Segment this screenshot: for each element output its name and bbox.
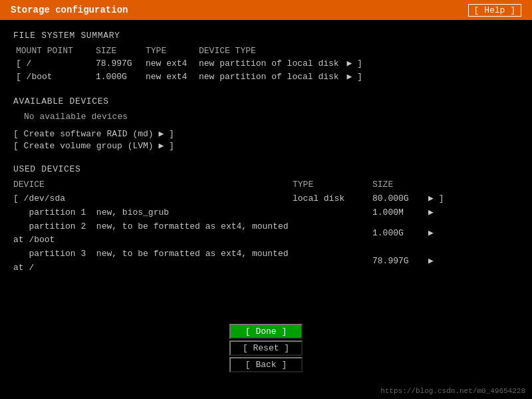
fs-col-devtype: DEVICE TYPE: [199, 46, 519, 56]
used-header-row: DEVICE TYPE SIZE: [13, 180, 519, 190]
used-device-main[interactable]: [ /dev/sda local disk 80.000G ▶ ]: [13, 192, 519, 206]
device-type-sda: local disk: [293, 192, 372, 206]
fs-type-boot: new ext4: [146, 70, 199, 84]
main-content: FILE SYSTEM SUMMARY MOUNT POINT SIZE TYP…: [0, 20, 532, 299]
partition-name-3: partition 3 new, to be formatted as ext4…: [13, 247, 293, 275]
used-devices-title: USED DEVICES: [13, 164, 519, 174]
create-lvm-link[interactable]: [ Create volume group (LVM) ▶ ]: [13, 140, 519, 151]
fs-size-root: 78.997G: [96, 57, 146, 70]
fs-mountpoint-boot: [ /boot: [16, 70, 96, 84]
back-button[interactable]: [ Back ]: [229, 357, 303, 372]
topbar: Storage configuration [ Help ]: [0, 0, 532, 20]
page-title: Storage configuration: [11, 5, 128, 15]
partition-row-1[interactable]: partition 1 new, bios_grub 1.000M ▶: [13, 206, 519, 220]
partition-name-2: partition 2 new, to be formatted as ext4…: [13, 220, 293, 248]
partition-row-3[interactable]: partition 3 new, to be formatted as ext4…: [13, 247, 519, 275]
fs-size-boot: 1.000G: [96, 70, 146, 84]
fs-table: MOUNT POINT SIZE TYPE DEVICE TYPE [ / 78…: [16, 46, 519, 83]
partition-name-1: partition 1 new, bios_grub: [13, 206, 293, 220]
help-button[interactable]: [ Help ]: [468, 4, 521, 17]
fs-col-size: SIZE: [96, 46, 146, 56]
partition-size-3: 78.997G: [372, 255, 426, 269]
used-col-type: TYPE: [293, 180, 372, 190]
device-name-sda: [ /dev/sda: [13, 192, 293, 206]
available-devices-title: AVAILABLE DEVICES: [13, 96, 519, 106]
partition-size-2: 1.000G: [372, 227, 426, 241]
create-raid-link[interactable]: [ Create software RAID (md) ▶ ]: [13, 128, 519, 139]
device-arrow-sda: ▶ ]: [428, 192, 444, 206]
action-buttons: [ Done ] [ Reset ] [ Back ]: [229, 324, 303, 372]
fs-mountpoint-root: [ /: [16, 57, 96, 70]
no-devices-text: No available devices: [24, 112, 519, 122]
device-size-sda: 80.000G: [372, 192, 426, 206]
watermark: https://blog.csdn.net/m0_49654228: [380, 387, 525, 395]
available-devices-section: AVAILABLE DEVICES No available devices […: [13, 96, 519, 151]
partition-arrow-1: ▶: [428, 206, 434, 220]
fs-header-row: MOUNT POINT SIZE TYPE DEVICE TYPE: [16, 46, 519, 56]
fs-col-type: TYPE: [146, 46, 199, 56]
partition-row-2[interactable]: partition 2 new, to be formatted as ext4…: [13, 220, 519, 248]
fs-summary-title: FILE SYSTEM SUMMARY: [13, 31, 519, 41]
partition-arrow-2: ▶: [428, 227, 434, 241]
fs-devtype-boot: new partition of local disk ▶ ]: [199, 70, 519, 84]
fs-col-mountpoint: MOUNT POINT: [16, 46, 96, 56]
reset-button[interactable]: [ Reset ]: [229, 340, 303, 356]
fs-devtype-root: new partition of local disk ▶ ]: [199, 57, 519, 70]
fs-type-root: new ext4: [146, 57, 199, 70]
table-row[interactable]: [ /boot 1.000G new ext4 new partition of…: [16, 70, 519, 84]
partition-size-1: 1.000M: [372, 206, 426, 220]
used-devices-section: USED DEVICES DEVICE TYPE SIZE [ /dev/sda…: [13, 164, 519, 275]
done-button[interactable]: [ Done ]: [229, 324, 303, 339]
used-col-size: SIZE: [372, 180, 426, 190]
table-row[interactable]: [ / 78.997G new ext4 new partition of lo…: [16, 57, 519, 70]
used-col-device: DEVICE: [13, 180, 293, 190]
partition-arrow-3: ▶: [428, 255, 434, 269]
